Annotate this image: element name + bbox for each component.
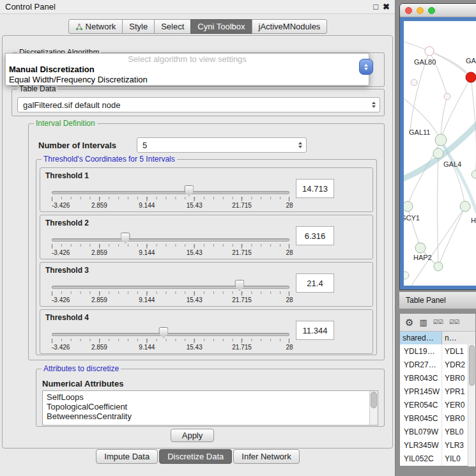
graph-node-red[interactable] [466,72,476,82]
tab-style[interactable]: Style [122,19,155,34]
threshold-value-field[interactable]: 21.4 [296,273,334,293]
stepper-up-icon [364,62,368,66]
attributes-list-item[interactable]: BetweennessCentrality [47,411,369,421]
column-header-n-[interactable]: n… [442,332,475,344]
table-cell[interactable]: YPR145W [400,385,442,398]
slider-thumb[interactable] [158,327,168,338]
table-cell[interactable]: YLR345W [400,438,442,452]
dropdown-item-equal-width-frequency-discretization[interactable]: Equal Width/Frequency Discretization [6,75,369,85]
dropdown-item-manual-discretization[interactable]: Manual Discretization [6,65,369,75]
slider-scale-label: 21.715 [232,249,252,256]
graph-node[interactable] [460,201,470,211]
bottom-tab-discretize-data[interactable]: Discretize Data [159,449,232,464]
graph-node[interactable] [425,47,434,56]
table-cell[interactable]: YBL079W [400,425,442,438]
slider-scale-label: 2.859 [91,202,107,209]
tab-select[interactable]: Select [154,19,191,34]
graph-edges [404,40,476,286]
slider-scale-label: 28 [286,202,293,209]
table-row[interactable]: YBR043CYBR0 [400,371,475,385]
slider-thumb[interactable] [184,185,194,196]
table-row[interactable]: YPR145WYPR1 [400,385,475,398]
threshold-slider[interactable]: -3.4262.8599.14415.4321.71528 [52,183,289,210]
algorithm-combo-stepper[interactable] [359,59,373,75]
table-row[interactable]: YDL19…YDL1 [400,344,475,358]
table-row[interactable]: YER054CYER0 [400,398,475,411]
threshold-slider[interactable]: -3.4262.8599.14415.4321.71528 [52,278,289,305]
graph-node[interactable] [472,171,476,178]
slider-track[interactable] [52,191,289,194]
network-canvas[interactable]: GAL80GAGAL11GAL4GCY1HAP2HI [404,21,476,286]
threshold-value-field[interactable]: 14.713 [296,179,334,198]
bottom-tab-impute-data[interactable]: Impute Data [96,449,158,464]
table-cell[interactable]: YDR27… [400,358,442,371]
slider-scale: -3.4262.8599.14415.4321.71528 [52,202,289,210]
slider-major-ticks [52,244,289,249]
graph-node-label: GAL11 [409,128,430,136]
minimize-traffic-light[interactable] [417,7,424,14]
threshold-slider[interactable]: -3.4262.8599.14415.4321.71528 [52,325,289,352]
table-cell[interactable]: YBR045C [400,411,442,425]
attributes-list-item[interactable]: SelfLoops [47,392,369,402]
float-window-button[interactable]: □ [373,0,378,14]
slider-scale-label: -3.426 [52,296,70,303]
table-cell[interactable]: YDL19… [400,344,442,358]
zoom-traffic-light[interactable] [428,7,435,14]
slider-track[interactable] [52,286,289,289]
combo-stepper-icon[interactable] [295,138,306,152]
tab-cyni-toolbox[interactable]: Cyni Toolbox [190,19,252,34]
graph-node[interactable] [433,148,443,158]
number-of-intervals-combo[interactable]: 5 [137,137,307,153]
table-cell[interactable]: YIL052C [400,452,442,465]
combo-stepper-icon[interactable] [368,98,380,112]
attributes-scrollbar[interactable] [369,391,378,425]
attributes-list-item[interactable]: TopologicalCoefficient [47,402,369,411]
tab-jactivemnodules[interactable]: jActiveMNodules [252,19,328,34]
table-panel-bar[interactable]: Table Panel [399,291,476,309]
table-row[interactable]: YBL079WYBL0 [400,425,475,438]
slider-thumb[interactable] [121,233,130,243]
table-row[interactable]: YLR345WYLR3 [400,438,475,452]
threshold-value-field[interactable]: 6.316 [296,226,334,245]
threshold-slider[interactable]: -3.4262.8599.14415.4321.71528 [52,231,289,257]
graph-node[interactable] [415,243,426,253]
table-row[interactable]: YDR27…YDR2 [400,358,475,371]
threshold-stack: Threshold 1 -3.4262.8599.14415.4321.7152… [40,167,373,354]
table-data-combo[interactable]: galFiltered.sif default node [17,97,380,112]
columns-icon[interactable]: ▥ [419,318,427,326]
gear-icon[interactable]: ⚙ [405,318,413,327]
table-row[interactable]: YIL052CYIL0 [400,452,475,465]
graph-node[interactable] [411,79,417,86]
stepper-down-icon [364,68,368,72]
column-header-shared-[interactable]: shared… [400,332,442,344]
graph-node[interactable] [435,134,447,146]
tab-network[interactable]: Network [68,19,123,34]
scrollbar-thumb[interactable] [371,392,377,408]
slider-thumb[interactable] [234,280,244,291]
tab-label: Cyni Toolbox [197,22,245,31]
table-toolbar: ⚙▥☑☑☑☑ [400,314,475,332]
attributes-list[interactable]: SelfLoopsTopologicalCoefficientBetweenne… [42,390,378,426]
select-rows-icon[interactable]: ☑☑ [433,319,443,325]
slider-track[interactable] [52,238,289,242]
slider-track[interactable] [52,333,289,336]
network-window-titlebar[interactable] [400,4,476,17]
table-row[interactable]: YBR045CYBR0 [400,411,475,425]
close-window-button[interactable]: ✖ [383,0,390,14]
graph-node[interactable] [444,93,450,100]
threshold-value-field[interactable]: 11.344 [296,321,334,340]
table-cell[interactable]: YER054C [400,398,442,411]
scrollbar-thumb[interactable] [469,345,475,386]
graph-node[interactable] [434,262,443,271]
table-scrollbar[interactable] [468,344,475,466]
graph-node-label: GA [466,57,476,65]
select-cols-icon[interactable]: ☑☑ [449,319,459,325]
slider-scale-label: 2.859 [91,344,107,351]
bottom-tab-infer-network[interactable]: Infer Network [233,449,299,464]
apply-button[interactable]: Apply [171,429,214,442]
close-traffic-light[interactable] [405,7,412,14]
table-cell[interactable]: YBR043C [400,371,442,385]
graph-node[interactable] [404,272,409,279]
network-icon [75,23,83,31]
graph-node[interactable] [404,201,413,211]
